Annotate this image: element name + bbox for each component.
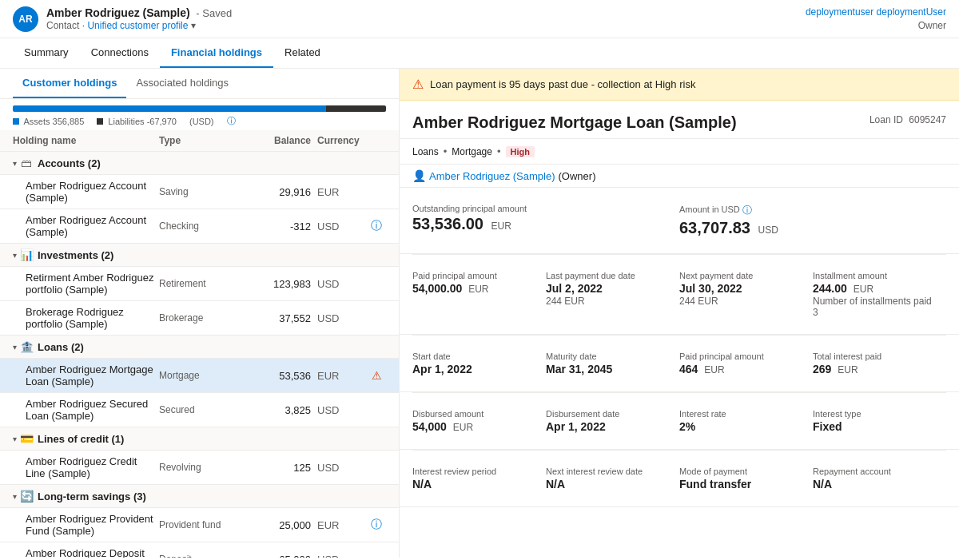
bar-liabilities [326,105,386,112]
group-header-lines_of_credit[interactable]: ▾ 💳 Lines of credit (1) [0,427,399,451]
group-label: Investments (2) [38,249,386,261]
row-name: Amber Rodriguez Account (Sample) [26,214,159,238]
tab-financial-holdings[interactable]: Financial holdings [160,38,273,68]
dates-grid: Start date Apr 1, 2022 Maturity date Mar… [412,345,946,382]
row-type: Checking [159,220,247,232]
table-row[interactable]: Brokerage Rodriguez portfolio (Sample) B… [0,301,399,336]
row-balance: 53,536 [247,370,311,382]
table-row[interactable]: Retirment Amber Rodriguez portfolio (Sam… [0,267,399,301]
installment-value: 244.00 EUR [813,282,937,295]
group-type-icon: 🗃 [20,157,33,169]
row-type: Retirement [159,278,247,289]
field-interest-review: Interest review period N/A [412,460,546,497]
row-action: ⚠ [367,369,386,382]
header-saved: - Saved [196,7,232,19]
tag-loans: Loans [412,146,439,157]
info-icon[interactable]: ⓘ [371,518,382,532]
holdings-list: ▾ 🗃 Accounts (2) Amber Rodriguez Account… [0,152,399,558]
group-header-accounts[interactable]: ▾ 🗃 Accounts (2) [0,152,399,175]
row-name: Amber Rodriguez Provident Fund (Sample) [26,513,159,537]
group-label: Accounts (2) [38,157,386,169]
table-row[interactable]: Amber Rodriguez Deposit (Sample) Deposit… [0,542,399,558]
field-last-payment: Last payment due date Jul 2, 2022 244 EU… [546,264,679,324]
right-panel: ⚠ Loan payment is 95 days past due - col… [400,69,959,558]
row-currency: USD [311,220,367,232]
progress-bar [13,105,386,112]
group-header-long_term_savings[interactable]: ▾ 🔄 Long-term savings (3) [0,485,399,508]
field-paid-principal2: Paid principal amount 464 EUR [679,345,813,382]
owner-role: (Owner) [559,170,596,182]
tab-connections[interactable]: Connections [80,38,160,68]
row-currency: USD [311,462,367,474]
table-row[interactable]: Amber Rodriguez Mortgage Loan (Sample) M… [0,359,399,393]
table-row[interactable]: Amber Rodriguez Secured Loan (Sample) Se… [0,393,399,427]
sub-tab-associated-holdings[interactable]: Associated holdings [126,69,238,98]
alert-banner: ⚠ Loan payment is 95 days past due - col… [400,69,959,101]
progress-bar-section: Assets 356,885 Liabilities -67,970 (USD)… [0,99,399,130]
field-next-review: Next interest review date N/A [546,460,679,497]
group-type-icon: 🔄 [20,490,33,502]
legend-assets: Assets 356,885 [13,117,84,126]
tags-row: Loans • Mortgage • High [400,139,959,165]
paid-principal-value: 54,000.00 EUR [412,282,536,295]
group-header-investments[interactable]: ▾ 📊 Investments (2) [0,244,399,267]
review-grid: Interest review period N/A Next interest… [412,460,946,497]
table-row[interactable]: Amber Rodriguez Provident Fund (Sample) … [0,508,399,542]
col-currency: Currency [311,135,367,146]
row-balance: 37,552 [247,312,311,324]
group-header-loans[interactable]: ▾ 🏦 Loans (2) [0,336,399,359]
chevron-icon: ▾ [13,343,17,351]
row-type: Revolving [159,462,247,473]
row-action[interactable]: ⓘ [367,518,386,532]
row-currency: USD [311,554,367,558]
field-total-interest: Total interest paid 269 EUR [813,345,946,382]
header-name: Amber Rodriguez (Sample) [46,6,190,19]
field-paid-principal: Paid principal amount 54,000.00 EUR [412,264,546,324]
outstanding-principal-value: 53,536.00 EUR [412,215,670,233]
table-row[interactable]: Amber Rodriguez Account (Sample) Checkin… [0,209,399,244]
owner-row: 👤 Amber Rodriguez (Sample) (Owner) [400,165,959,188]
sub-tab-customer-holdings[interactable]: Customer holdings [13,69,126,98]
row-name: Amber Rodriguez Mortgage Loan (Sample) [26,363,159,387]
field-mode-payment: Mode of payment Fund transfer [679,460,813,497]
dates-section: Start date Apr 1, 2022 Maturity date Mar… [400,336,959,392]
header-right[interactable]: deploymentuser deploymentUser Owner [806,6,946,33]
header: AR Amber Rodriguez (Sample) - Saved Cont… [0,0,959,38]
row-type: Secured [159,404,247,415]
field-disbursed: Disbursed amount 54,000 EUR [412,403,546,439]
tag-sep2: • [497,145,501,157]
bar-assets [13,105,326,112]
row-balance: 25,000 [247,519,311,531]
owner-link[interactable]: Amber Rodriguez (Sample) [429,170,555,182]
unified-profile-link[interactable]: Unified customer profile [87,20,188,31]
row-name: Amber Rodriguez Deposit (Sample) [26,547,159,558]
row-balance: 125 [247,462,311,474]
info-icon[interactable]: ⓘ [227,115,236,127]
row-currency: USD [311,404,367,416]
disbursed-grid: Disbursed amount 54,000 EUR Disbursement… [412,403,946,439]
group-label: Long-term savings (3) [38,490,386,502]
tab-related[interactable]: Related [273,38,332,68]
row-currency: EUR [311,186,367,198]
row-currency: EUR [311,519,367,531]
row-action[interactable]: ⓘ [367,219,386,233]
field-installment: Installment amount 244.00 EUR Number of … [813,264,946,324]
payment-grid: Paid principal amount 54,000.00 EUR Last… [412,264,946,324]
row-balance: 123,983 [247,278,311,290]
amount-usd-info-icon[interactable]: ⓘ [742,205,752,216]
row-currency: USD [311,278,367,290]
tab-summary[interactable]: Summary [13,38,80,68]
row-balance: 29,916 [247,186,311,198]
table-header: Holding name Type Balance Currency [0,130,399,152]
group-label: Lines of credit (1) [38,433,386,445]
info-icon[interactable]: ⓘ [371,219,382,233]
chevron-icon: ▾ [13,159,17,168]
table-row[interactable]: Amber Rodriguez Credit Line (Sample) Rev… [0,451,399,485]
table-row[interactable]: Amber Rodriguez Account (Sample) Saving … [0,175,399,209]
liabilities-dot [97,118,103,125]
row-balance: 65,000 [247,554,311,558]
tag-sep1: • [444,145,448,157]
row-type: Mortgage [159,370,247,381]
header-sub: Contact · Unified customer profile ▾ [46,20,232,31]
alert-icon: ⚠ [412,77,424,92]
